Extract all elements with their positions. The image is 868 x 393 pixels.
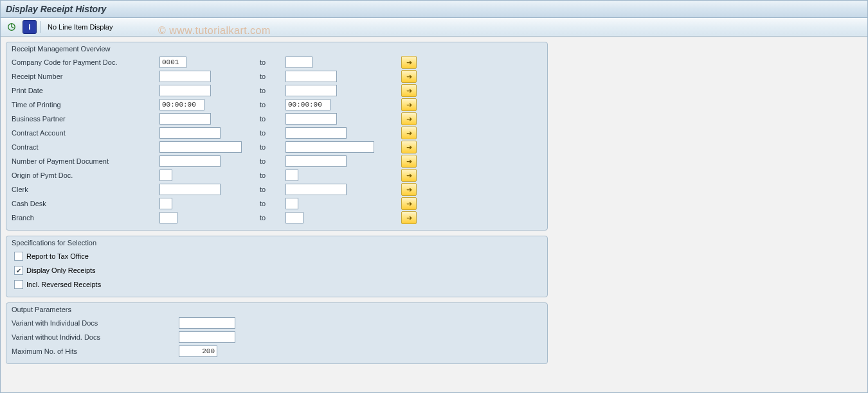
arrow-right-icon: ➜ xyxy=(406,115,412,123)
to-label: to xyxy=(256,157,285,165)
info-icon xyxy=(26,23,33,31)
input-origin-of-pymt-doc-from[interactable] xyxy=(159,170,172,181)
arrow-right-icon: ➜ xyxy=(406,186,412,194)
input-contract-account-from[interactable] xyxy=(159,127,221,139)
label-business-partner: Business Partner xyxy=(12,115,159,123)
input-receipt-number-from[interactable] xyxy=(159,71,211,82)
label-variant-without: Variant without Individ. Docs xyxy=(12,333,179,341)
svg-rect-5 xyxy=(29,26,30,30)
input-cash-desk-to[interactable] xyxy=(285,198,298,209)
row-clerk: Clerk to ➜ xyxy=(12,182,542,197)
to-label: to xyxy=(256,101,285,109)
row-company-code: Company Code for Payment Doc. to ➜ xyxy=(12,55,542,69)
row-number-of-payment-document: Number of Payment Document to ➜ xyxy=(12,154,542,168)
multi-select-branch[interactable]: ➜ xyxy=(401,211,417,224)
arrow-right-icon: ➜ xyxy=(406,87,412,95)
input-receipt-number-to[interactable] xyxy=(285,71,337,82)
label-number-of-payment-document: Number of Payment Document xyxy=(12,157,159,165)
row-contract: Contract to ➜ xyxy=(12,140,542,154)
input-company-code-from[interactable] xyxy=(159,57,186,68)
input-contract-account-to[interactable] xyxy=(285,127,347,139)
checkbox-incl-reversed[interactable] xyxy=(14,280,23,289)
checkbox-label-report-tax: Report to Tax Office xyxy=(26,252,89,260)
to-label: to xyxy=(256,129,285,137)
input-origin-of-pymt-doc-to[interactable] xyxy=(285,170,298,181)
input-print-date-from[interactable] xyxy=(159,85,211,96)
to-label: to xyxy=(256,87,285,94)
input-company-code-to[interactable] xyxy=(285,57,312,68)
to-label: to xyxy=(256,143,285,151)
checkbox-row-incl-reversed: Incl. Reversed Receipts xyxy=(12,277,542,292)
toolbar: No Line Item Display xyxy=(1,18,867,37)
to-label: to xyxy=(256,115,285,123)
multi-select-contract-account[interactable]: ➜ xyxy=(401,127,417,139)
input-business-partner-from[interactable] xyxy=(159,113,211,125)
group-receipt-management-overview: Receipt Management Overview Company Code… xyxy=(6,42,548,231)
page-title: Display Receipt History xyxy=(1,1,867,18)
multi-select-contract[interactable]: ➜ xyxy=(401,141,417,153)
multi-select-origin-of-pymt-doc[interactable]: ➜ xyxy=(401,169,417,182)
label-contract: Contract xyxy=(12,143,159,151)
arrow-right-icon: ➜ xyxy=(406,101,412,109)
arrow-right-icon: ➜ xyxy=(406,214,412,222)
label-cash-desk: Cash Desk xyxy=(12,200,159,207)
input-branch-from[interactable] xyxy=(159,212,177,223)
checkbox-report-tax[interactable] xyxy=(14,252,23,261)
input-cash-desk-from[interactable] xyxy=(159,198,172,209)
row-receipt-number: Receipt Number to ➜ xyxy=(12,69,542,83)
input-clerk-to[interactable] xyxy=(285,184,347,195)
arrow-right-icon: ➜ xyxy=(406,129,412,137)
no-line-item-button[interactable]: No Line Item Display xyxy=(45,22,116,32)
multi-select-company-code[interactable]: ➜ xyxy=(401,56,417,69)
row-cash-desk: Cash Desk to ➜ xyxy=(12,197,542,211)
group-output-parameters: Output Parameters Variant with Individua… xyxy=(6,302,548,364)
to-label: to xyxy=(256,73,285,80)
info-button[interactable] xyxy=(23,20,37,34)
arrow-right-icon: ➜ xyxy=(406,157,412,166)
input-variant-with[interactable] xyxy=(179,317,235,329)
input-max-hits[interactable] xyxy=(179,345,217,357)
arrow-right-icon: ➜ xyxy=(406,200,412,208)
page-title-text: Display Receipt History xyxy=(6,4,106,14)
input-contract-to[interactable] xyxy=(285,141,374,153)
to-label: to xyxy=(256,200,285,207)
execute-icon xyxy=(7,22,16,31)
checkbox-row-only-receipts: ✔ Display Only Receipts xyxy=(12,263,542,277)
to-label: to xyxy=(256,214,285,222)
svg-line-2 xyxy=(12,27,14,28)
input-print-date-to[interactable] xyxy=(285,85,337,96)
multi-select-business-partner[interactable]: ➜ xyxy=(401,112,417,125)
multi-select-number-of-payment-document[interactable]: ➜ xyxy=(401,155,417,168)
input-clerk-from[interactable] xyxy=(159,184,221,195)
row-max-hits: Maximum No. of Hits xyxy=(12,344,542,358)
multi-select-receipt-number[interactable]: ➜ xyxy=(401,70,417,83)
row-time-of-printing: Time of Printing to ➜ xyxy=(12,98,542,112)
row-variant-with: Variant with Individual Docs xyxy=(12,316,542,330)
multi-select-clerk[interactable]: ➜ xyxy=(401,183,417,196)
row-print-date: Print Date to ➜ xyxy=(12,83,542,98)
input-variant-without[interactable] xyxy=(179,331,235,343)
execute-button[interactable] xyxy=(5,20,19,34)
checkbox-label-incl-reversed: Incl. Reversed Receipts xyxy=(26,281,101,288)
label-branch: Branch xyxy=(12,214,159,222)
group-title: Output Parameters xyxy=(12,306,542,313)
row-origin-of-pymt-doc: Origin of Pymt Doc. to ➜ xyxy=(12,168,542,182)
multi-select-print-date[interactable]: ➜ xyxy=(401,84,417,97)
checkbox-row-report-tax: Report to Tax Office xyxy=(12,249,542,263)
label-max-hits: Maximum No. of Hits xyxy=(12,347,179,355)
row-business-partner: Business Partner to ➜ xyxy=(12,112,542,126)
input-number-of-payment-document-from[interactable] xyxy=(159,155,221,167)
input-business-partner-to[interactable] xyxy=(285,113,337,125)
multi-select-cash-desk[interactable]: ➜ xyxy=(401,197,417,210)
checkbox-only-receipts[interactable]: ✔ xyxy=(14,266,23,275)
input-time-of-printing-from[interactable] xyxy=(159,99,204,110)
input-contract-from[interactable] xyxy=(159,141,242,153)
label-print-date: Print Date xyxy=(12,87,159,94)
multi-select-time-of-printing[interactable]: ➜ xyxy=(401,98,417,111)
input-number-of-payment-document-to[interactable] xyxy=(285,155,347,167)
input-branch-to[interactable] xyxy=(285,212,303,223)
label-time-of-printing: Time of Printing xyxy=(12,101,159,109)
to-label: to xyxy=(256,171,285,179)
label-contract-account: Contract Account xyxy=(12,129,159,137)
input-time-of-printing-to[interactable] xyxy=(285,99,330,110)
